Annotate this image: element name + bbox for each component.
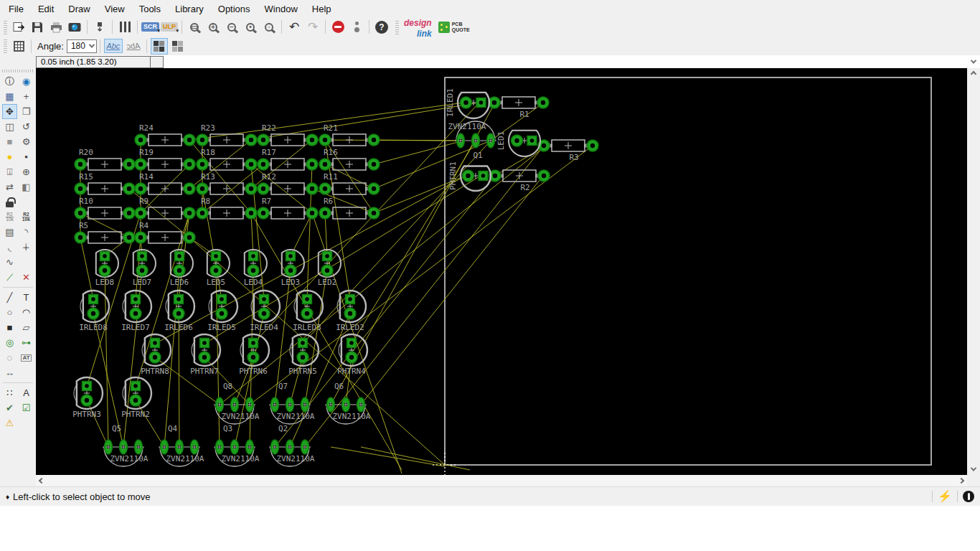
part-r20[interactable]: R20 bbox=[75, 148, 135, 170]
tool-delete-trash-button[interactable]: ⍗ bbox=[2, 164, 17, 179]
stop-button[interactable] bbox=[329, 19, 347, 35]
part-irled4[interactable]: IRLED4 bbox=[250, 291, 280, 332]
tool-ratsnest-button[interactable]: ∷ bbox=[2, 385, 17, 400]
part-r23[interactable]: R23 bbox=[197, 123, 257, 146]
redo-button[interactable]: ↷ bbox=[304, 19, 321, 35]
zoom-out-button[interactable]: − bbox=[223, 19, 240, 35]
part-q2[interactable]: Q2ZVN2110A bbox=[269, 424, 315, 466]
tool-mark-origin-button[interactable]: + bbox=[19, 89, 34, 104]
layer-view-bottom-button[interactable] bbox=[169, 38, 187, 55]
scroll-left-arrow-icon[interactable] bbox=[39, 478, 44, 484]
undo-button[interactable]: ↶ bbox=[286, 19, 303, 35]
tool-errors-button[interactable]: ⚠ bbox=[2, 415, 17, 430]
traffic-light-button[interactable] bbox=[348, 19, 365, 35]
tool-mirror-button[interactable]: ◫ bbox=[2, 119, 17, 134]
part-irled7[interactable]: IRLED7 bbox=[121, 291, 151, 332]
menu-item-file[interactable]: File bbox=[3, 1, 32, 17]
part-r3[interactable]: R3 bbox=[538, 140, 598, 162]
part-r19[interactable]: R19 bbox=[135, 148, 195, 170]
drc-lightning-icon[interactable]: ⚡ bbox=[938, 491, 952, 502]
help-button[interactable]: ? bbox=[373, 19, 390, 35]
part-phtrn6[interactable]: PHTRN6 bbox=[239, 334, 269, 376]
print-button[interactable] bbox=[47, 19, 65, 35]
tool-miter-button[interactable]: ◝ bbox=[19, 225, 34, 240]
tool-erc-check-button[interactable]: ✔ bbox=[2, 400, 17, 415]
tool-smash-button[interactable]: ▤ bbox=[2, 225, 17, 240]
part-led4[interactable]: LED4 bbox=[244, 250, 267, 287]
part-irled1[interactable]: IRLED1 bbox=[446, 88, 489, 118]
tool-autoroute-button[interactable]: A bbox=[19, 385, 34, 400]
zoom-in-button[interactable]: + bbox=[204, 19, 222, 35]
part-irled8[interactable]: IRLED8 bbox=[79, 291, 109, 332]
scroll-right-arrow-icon[interactable] bbox=[958, 478, 964, 484]
tool-hole-button[interactable]: ◌ bbox=[2, 350, 17, 365]
part-r24[interactable]: R24 bbox=[135, 123, 195, 146]
part-r21[interactable]: R21 bbox=[319, 123, 380, 146]
part-irled6[interactable]: IRLED6 bbox=[164, 291, 194, 332]
tool-replace-button[interactable]: ◧ bbox=[19, 179, 34, 194]
tool-drc-check-button[interactable]: ☑ bbox=[19, 400, 34, 415]
run-ulp-button[interactable]: ULP▾ bbox=[161, 19, 178, 35]
tool-text-button[interactable]: T bbox=[19, 290, 34, 305]
part-led8[interactable]: LED8 bbox=[95, 250, 118, 287]
grid-button[interactable] bbox=[10, 38, 27, 55]
tool-lock-button[interactable] bbox=[2, 194, 17, 209]
zoom-fit-button[interactable]: ▭ bbox=[186, 19, 203, 35]
part-phtrn5[interactable]: PHTRN5 bbox=[288, 334, 319, 376]
part-led2[interactable]: LED2 bbox=[318, 250, 341, 287]
command-history-dropdown[interactable] bbox=[967, 60, 980, 64]
tool-cut-button[interactable]: ● bbox=[2, 149, 17, 164]
part-r15[interactable]: R15 bbox=[75, 172, 135, 194]
toolbar-drag-handle[interactable] bbox=[4, 39, 7, 53]
text-normal-button[interactable]: Abc bbox=[104, 39, 123, 53]
tool-attribute-button[interactable]: AT bbox=[19, 350, 34, 365]
part-phtrn8[interactable]: PHTRN8 bbox=[141, 334, 171, 376]
tool-route-button[interactable]: ⟋ bbox=[2, 270, 17, 285]
save-button[interactable] bbox=[29, 19, 46, 35]
part-phtrn4[interactable]: PHTRN4 bbox=[337, 334, 367, 376]
tool-change-wrench-button[interactable]: ⚙ bbox=[19, 134, 34, 149]
tool-display-layers-button[interactable]: ▦ bbox=[2, 89, 17, 104]
tool-paste-button[interactable]: ▪ bbox=[19, 149, 34, 164]
menu-item-library[interactable]: Library bbox=[169, 1, 212, 17]
vertical-scrollbar[interactable] bbox=[967, 68, 980, 475]
zoom-select-button[interactable]: • bbox=[242, 19, 259, 35]
tool-signal-button[interactable]: ⊶ bbox=[19, 335, 34, 350]
scroll-down-arrow-icon[interactable] bbox=[971, 465, 976, 471]
open-board-button[interactable] bbox=[10, 19, 27, 35]
design-link-button[interactable]: designlink bbox=[404, 19, 432, 35]
part-r10[interactable]: R10 bbox=[75, 197, 135, 219]
menu-item-help[interactable]: Help bbox=[306, 1, 340, 17]
part-r7[interactable]: R7 bbox=[258, 197, 318, 219]
part-q1[interactable]: ZVN2110AQ1 bbox=[448, 121, 496, 160]
part-irled3[interactable]: IRLED3 bbox=[293, 291, 323, 332]
zoom-redraw-button[interactable]: ▫ bbox=[260, 19, 278, 35]
part-r5[interactable]: R5 bbox=[75, 221, 135, 243]
part-r13[interactable]: R13 bbox=[197, 172, 257, 194]
menu-item-view[interactable]: View bbox=[99, 1, 133, 17]
tool-optimize-button[interactable]: ∔ bbox=[19, 240, 34, 255]
tool-split-button[interactable]: ◟ bbox=[2, 240, 17, 255]
toolbar-drag-handle[interactable] bbox=[4, 20, 7, 34]
part-r12[interactable]: R12 bbox=[258, 172, 318, 194]
tool-show-eye-button[interactable]: ◉ bbox=[19, 74, 34, 89]
run-script-button[interactable]: SCR▾ bbox=[141, 19, 159, 35]
menu-item-options[interactable]: Options bbox=[212, 1, 259, 17]
menu-item-draw[interactable]: Draw bbox=[62, 1, 98, 17]
menu-item-window[interactable]: Window bbox=[259, 1, 306, 17]
part-phtrn3[interactable]: PHTRN3 bbox=[72, 377, 103, 419]
part-led3[interactable]: LED3 bbox=[281, 250, 304, 287]
tool-name-button[interactable]: R210k bbox=[2, 209, 17, 225]
command-input[interactable] bbox=[164, 56, 967, 68]
part-r2[interactable]: R2 bbox=[489, 170, 550, 192]
tool-info-button[interactable]: ⓘ bbox=[2, 74, 17, 89]
export-image-button[interactable] bbox=[66, 19, 83, 35]
part-irled5[interactable]: IRLED5 bbox=[207, 291, 237, 332]
tool-add-part-button[interactable]: ⊕ bbox=[19, 164, 34, 179]
tool-circle-button[interactable]: ○ bbox=[2, 305, 17, 320]
tool-polygon-button[interactable]: ▱ bbox=[19, 320, 34, 335]
tool-group-button[interactable]: ■ bbox=[2, 134, 17, 149]
tool-via-button[interactable]: ◎ bbox=[2, 335, 17, 350]
part-phtrn1[interactable]: PHTRN1 bbox=[448, 161, 491, 191]
tool-wire-button[interactable]: ╱ bbox=[2, 290, 17, 305]
